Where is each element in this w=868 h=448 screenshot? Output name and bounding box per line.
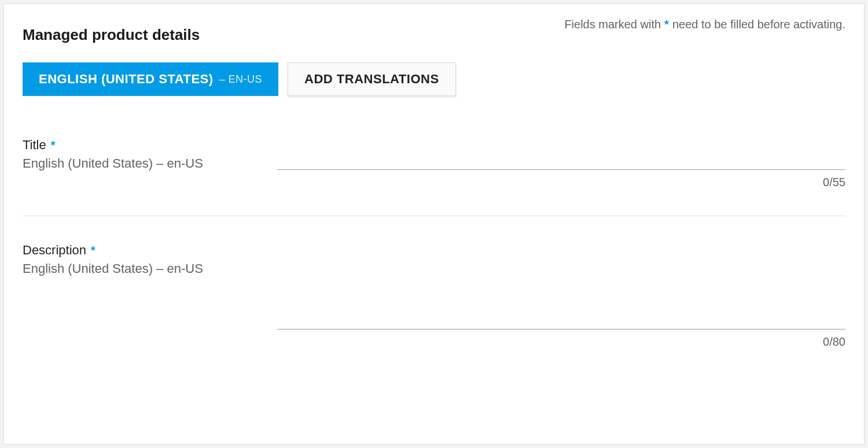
language-tab-code: – EN-US — [219, 73, 263, 86]
title-field-right: 0/55 — [277, 138, 845, 189]
title-label-text: Title — [23, 138, 46, 153]
required-note-prefix: Fields marked with — [564, 18, 661, 31]
description-field-label: Description * — [23, 243, 95, 258]
card-header-row: Managed product details Fields marked wi… — [23, 20, 845, 44]
asterisk-icon: * — [664, 18, 669, 31]
details-card: Managed product details Fields marked wi… — [3, 3, 865, 445]
description-input[interactable] — [277, 254, 845, 329]
description-locale-sub: English (United States) – en-US — [23, 261, 254, 276]
description-field-block: Description * English (United States) – … — [23, 243, 845, 349]
asterisk-icon: * — [51, 139, 56, 152]
page-title: Managed product details — [23, 20, 200, 44]
add-translations-button[interactable]: ADD TRANSLATIONS — [288, 62, 455, 96]
required-field-note: Fields marked with * need to be filled b… — [564, 18, 845, 31]
language-tabs-row: ENGLISH (UNITED STATES) – EN-US ADD TRAN… — [23, 62, 845, 96]
asterisk-icon: * — [91, 244, 95, 257]
title-input[interactable] — [277, 149, 845, 170]
description-field-left: Description * English (United States) – … — [23, 243, 254, 276]
title-locale-sub: English (United States) – en-US — [23, 156, 254, 171]
page-wrapper: Managed product details Fields marked wi… — [0, 0, 868, 448]
description-label-text: Description — [23, 243, 86, 258]
title-field-left: Title * English (United States) – en-US — [23, 138, 254, 171]
title-field-block: Title * English (United States) – en-US … — [23, 138, 845, 189]
description-field-right: 0/80 — [277, 243, 845, 349]
section-divider — [23, 216, 845, 216]
required-note-suffix: need to be filled before activating. — [672, 18, 845, 31]
add-translations-label: ADD TRANSLATIONS — [304, 72, 439, 87]
form-section: Title * English (United States) – en-US … — [23, 138, 845, 349]
title-char-counter: 0/55 — [277, 176, 845, 189]
language-tab-en-us[interactable]: ENGLISH (UNITED STATES) – EN-US — [23, 62, 278, 96]
description-char-counter: 0/80 — [277, 335, 845, 349]
language-tab-name: ENGLISH (UNITED STATES) — [39, 72, 214, 87]
title-field-label: Title * — [23, 138, 56, 153]
